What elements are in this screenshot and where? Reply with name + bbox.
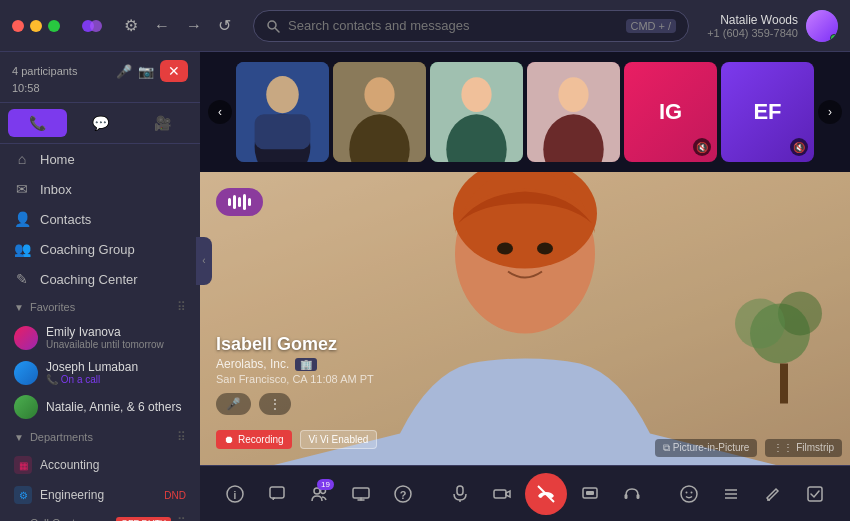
back-button[interactable]: ← [150, 15, 174, 37]
svg-point-44 [686, 491, 688, 493]
home-label: Home [40, 152, 75, 167]
list-item[interactable]: Emily Ivanova Unavailable until tomorrow [0, 320, 200, 355]
filmstrip-icon: ⋮⋮ [773, 442, 793, 453]
maximize-light[interactable] [48, 20, 60, 32]
video-strip-prev[interactable]: ‹ [208, 100, 232, 124]
call-centers-toggle-icon: ▼ [14, 518, 24, 522]
favorites-section-label: Favorites [30, 301, 171, 313]
video-thumb-1[interactable] [236, 62, 329, 162]
favorites-section-header[interactable]: ▼ Favorites ⠿ [0, 294, 200, 320]
sidebar-item-inbox[interactable]: ✉ Inbox [0, 174, 200, 204]
company-tag: 🏢 [295, 358, 317, 371]
svg-point-9 [364, 77, 394, 112]
video-avatar-ef[interactable]: EF 🔇 [721, 62, 814, 162]
ef-mute-icon: 🔇 [790, 138, 808, 156]
accounting-icon: ▦ [14, 456, 32, 474]
svg-rect-41 [625, 494, 628, 499]
sidebar-item-coaching-center[interactable]: ✎ Coaching Center [0, 264, 200, 294]
caller-mic-button[interactable]: 🎤 [216, 393, 251, 415]
video-avatar-ig[interactable]: IG 🔇 [624, 62, 717, 162]
engineering-icon: ⚙ [14, 486, 32, 504]
headset-icon [623, 485, 641, 503]
info-button[interactable]: i [216, 475, 254, 513]
svg-point-5 [266, 76, 299, 113]
microphone-icon [451, 485, 469, 503]
sidebar-item-home[interactable]: ⌂ Home [0, 144, 200, 174]
close-light[interactable] [12, 20, 24, 32]
inbox-label: Inbox [40, 182, 72, 197]
tab-video[interactable]: 🎥 [133, 109, 192, 137]
edit-button[interactable] [754, 475, 792, 513]
traffic-lights [12, 20, 60, 32]
vi-label: Vi [309, 434, 318, 445]
sidebar-item-contacts[interactable]: 👤 Contacts [0, 204, 200, 234]
departments-toggle-icon: ▼ [14, 432, 24, 443]
group-name: Natalie, Annie, & 6 others [46, 400, 186, 414]
caller-more-button[interactable]: ⋮ [259, 393, 291, 415]
screen-share-button[interactable] [342, 475, 380, 513]
svg-line-3 [276, 28, 280, 32]
list-item[interactable]: Natalie, Annie, & 6 others [0, 390, 200, 424]
caller-name: Isabell Gomez [216, 334, 374, 355]
sidebar-item-coaching-group[interactable]: 👥 Coaching Group [0, 234, 200, 264]
caller-overlay: Isabell Gomez Aerolabs, Inc. 🏢 San Franc… [216, 334, 374, 415]
svg-point-22 [537, 243, 553, 255]
end-call-button[interactable] [525, 473, 567, 515]
app-logo [78, 12, 106, 40]
departments-section-label: Departments [30, 431, 171, 443]
svg-rect-35 [457, 486, 463, 495]
search-input[interactable] [288, 18, 618, 33]
svg-text:?: ? [400, 488, 407, 500]
list-item[interactable]: ⚙ Engineering DND [0, 480, 200, 510]
emily-info: Emily Ivanova Unavailable until tomorrow [46, 325, 186, 350]
settings-icon[interactable]: ⚙ [120, 14, 142, 37]
end-call-mini-button[interactable]: ✕ [160, 60, 188, 82]
refresh-button[interactable]: ↺ [214, 14, 235, 37]
call-centers-section-header[interactable]: ▼ Call Centers OFF DUTY ⠿ [0, 510, 200, 521]
joseph-avatar [14, 361, 38, 385]
list-item[interactable]: ▦ Accounting [0, 450, 200, 480]
mic-icon: 🎤 [116, 64, 132, 79]
search-bar[interactable]: CMD + / [253, 10, 689, 42]
filmstrip-button[interactable]: ⋮⋮ Filmstrip [765, 439, 842, 457]
emoji-button[interactable] [670, 475, 708, 513]
minimize-light[interactable] [30, 20, 42, 32]
avatar[interactable] [806, 10, 838, 42]
group-avatar [14, 395, 38, 419]
emily-avatar [14, 326, 38, 350]
wave-bar-5 [248, 198, 251, 206]
main-container: 4 participants 🎤 📷 ✕ 10:58 📞 💬 🎥 ⌂ Home … [0, 52, 850, 521]
video-thumb-3[interactable] [430, 62, 523, 162]
help-button[interactable]: ? [384, 475, 422, 513]
participants-button[interactable]: 19 [300, 475, 338, 513]
inbox-icon: ✉ [14, 181, 30, 197]
microphone-button[interactable] [441, 475, 479, 513]
status-badges: ⏺ Recording Vi Vi Enabled [216, 430, 377, 449]
tab-message[interactable]: 💬 [71, 109, 130, 137]
audio-indicator [216, 188, 263, 216]
pip-button[interactable]: ⧉ Picture-in-Picture [655, 439, 757, 457]
sidebar-collapse-button[interactable]: ‹ [196, 237, 212, 285]
sidebar: 4 participants 🎤 📷 ✕ 10:58 📞 💬 🎥 ⌂ Home … [0, 52, 200, 521]
forward-button[interactable]: → [182, 15, 206, 37]
tab-phone[interactable]: 📞 [8, 109, 67, 137]
video-strip-next[interactable]: › [818, 100, 842, 124]
coaching-center-icon: ✎ [14, 271, 30, 287]
engineering-label: Engineering [40, 488, 104, 502]
camera-button[interactable] [483, 475, 521, 513]
coaching-group-label: Coaching Group [40, 242, 135, 257]
list-button[interactable] [712, 475, 750, 513]
headset-button[interactable] [613, 475, 651, 513]
user-info: Natalie Woods +1 (604) 359-7840 [707, 10, 838, 42]
wave-bar-2 [233, 195, 236, 209]
video-thumb-4[interactable] [527, 62, 620, 162]
check-button[interactable] [796, 475, 834, 513]
participants-badge: 19 [317, 479, 334, 490]
video-thumb-2[interactable] [333, 62, 426, 162]
caller-actions: 🎤 ⋮ [216, 393, 374, 415]
list-item[interactable]: Joseph Lumaban 📞 On a call [0, 355, 200, 390]
chat-button[interactable] [258, 475, 296, 513]
screen2-button[interactable] [571, 475, 609, 513]
svg-rect-37 [494, 490, 506, 498]
departments-section-header[interactable]: ▼ Departments ⠿ [0, 424, 200, 450]
